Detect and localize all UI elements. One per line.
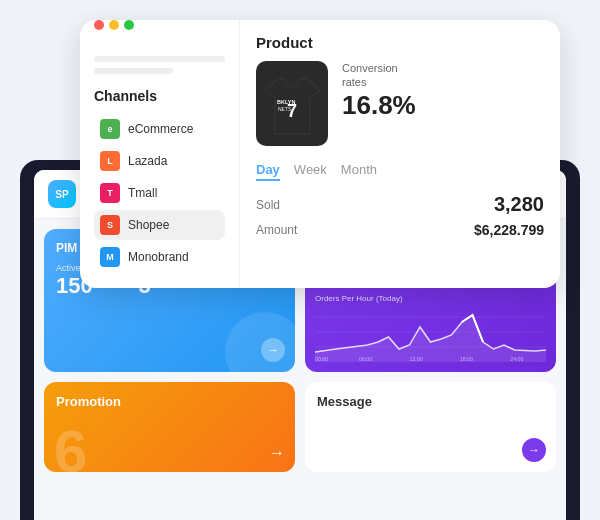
orders-chart: 00:00 06:00 12:00 18:00 24:00 [315,307,546,362]
tshirt-svg: 7 BKLYN NETS [265,69,320,139]
orders-per-hour-label: Orders Per Hour (Today) [315,294,546,303]
channels-panel: Channels e eCommerce L Lazada T Tmall S … [80,20,240,288]
svg-text:18:00: 18:00 [460,356,473,362]
svg-text:00:00: 00:00 [315,356,328,362]
sold-value: 3,280 [494,193,544,216]
channels-title: Channels [94,88,225,104]
amount-label: Amount [256,223,297,237]
product-title: Product [256,34,544,51]
sold-label: Sold [256,198,280,212]
line-short [94,68,173,74]
svg-text:06:00: 06:00 [359,356,372,362]
amount-value: $6,228.799 [474,222,544,238]
monobrand-icon: M [100,247,120,267]
tab-day[interactable]: Day [256,160,280,181]
message-arrow[interactable]: → [522,438,546,462]
tshirt-image: 7 BKLYN NETS [256,61,328,146]
tmall-icon: T [100,183,120,203]
tab-week[interactable]: Week [294,160,327,181]
ecommerce-label: eCommerce [128,122,193,136]
ecommerce-icon: e [100,119,120,139]
promotion-title: Promotion [56,394,283,409]
tmall-label: Tmall [128,186,157,200]
tab-month[interactable]: Month [341,160,377,181]
channel-tmall[interactable]: T Tmall [94,178,225,208]
floating-card: Channels e eCommerce L Lazada T Tmall S … [80,20,560,288]
channel-lazada[interactable]: L Lazada [94,146,225,176]
lazada-icon: L [100,151,120,171]
sold-row: Sold 3,280 [256,193,544,216]
product-panel: Product 7 BKLYN NETS Conversionrates 16.… [240,20,560,288]
channel-shopee[interactable]: S Shopee [94,210,225,240]
promo-arrow[interactable]: → [269,444,285,462]
conversion-label: Conversionrates [342,61,416,90]
pim-bg-shape [225,312,295,372]
channel-monobrand[interactable]: M Monobrand [94,242,225,272]
shopee-icon: S [100,215,120,235]
shopee-label: Shopee [128,218,169,232]
svg-marker-3 [315,315,546,362]
promo-bg-number: 6 [54,422,87,472]
message-title: Message [317,394,544,409]
pim-arrow[interactable]: → [261,338,285,362]
window-dot-yellow[interactable] [109,20,119,30]
window-chrome [84,14,144,36]
svg-text:12:00: 12:00 [410,356,423,362]
product-main: 7 BKLYN NETS Conversionrates 16.8% [256,61,544,146]
message-card[interactable]: Message → [305,382,556,472]
svg-text:24:00: 24:00 [510,356,523,362]
conversion-value: 16.8% [342,90,416,121]
line-full [94,56,225,62]
channels-lines [94,56,225,74]
chart-svg: 00:00 06:00 12:00 18:00 24:00 [315,307,546,362]
conversion-block: Conversionrates 16.8% [342,61,416,121]
window-dot-red[interactable] [94,20,104,30]
amount-row: Amount $6,228.799 [256,222,544,238]
product-tabs: Day Week Month [256,160,544,181]
channel-ecommerce[interactable]: e eCommerce [94,114,225,144]
svg-text:NETS: NETS [278,106,292,112]
window-dot-green[interactable] [124,20,134,30]
app-logo: SP [48,180,76,208]
monobrand-label: Monobrand [128,250,189,264]
promotion-card[interactable]: Promotion 6 → [44,382,295,472]
svg-text:BKLYN: BKLYN [277,99,295,105]
lazada-label: Lazada [128,154,167,168]
